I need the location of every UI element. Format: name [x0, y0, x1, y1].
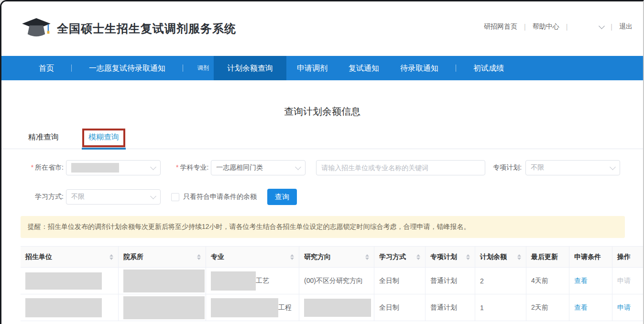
major-text: 工艺 — [256, 277, 269, 285]
required-mark: * — [31, 163, 33, 171]
apply-link[interactable]: 申请 — [617, 303, 631, 312]
sort-icon[interactable] — [109, 254, 113, 260]
page-title: 全国硕士生招生复试调剂服务系统 — [57, 21, 236, 36]
col-header-condition: 申请条件 — [569, 247, 612, 268]
user-menu[interactable] — [572, 26, 606, 28]
province-label: 所在省市: — [35, 163, 64, 171]
redacted-text — [71, 163, 119, 173]
link-help-center[interactable]: 帮助中心 — [531, 22, 561, 31]
nav-item-first-choice-notice[interactable]: 一志愿复试待录取通知 — [78, 56, 176, 80]
study-mode-select[interactable]: 不限 — [66, 189, 161, 205]
special-plan-text: 普通计划 — [430, 303, 457, 312]
nav-item-home[interactable]: 首页 — [28, 56, 65, 80]
sort-icon[interactable] — [365, 254, 369, 260]
reminder-banner: 提醒：招生单位发布的调剂计划余额每次更新后将至少持续12小时，请各位考生结合各招… — [21, 216, 625, 238]
updated-text: 2天前 — [531, 303, 548, 312]
link-yanzhao-home[interactable]: 研招网首页 — [482, 22, 519, 31]
main-nav: 首页 一志愿复试待录取通知 调剂 计划余额查询 申请调剂 复试通知 待录取通知 … — [1, 56, 643, 80]
subject-select[interactable]: 一志愿相同门类 — [211, 160, 306, 175]
browser-page: 全国硕士生招生复试调剂服务系统 研招网首页 | 帮助中心 | | 退出 首页 一… — [0, 0, 644, 324]
sort-icon[interactable] — [517, 254, 521, 260]
special-plan-text: 普通计划 — [430, 277, 457, 285]
major-text: 工程 — [278, 303, 292, 312]
required-mark: * — [176, 163, 178, 171]
redacted-text — [211, 271, 256, 291]
chevron-down-icon — [295, 164, 301, 170]
redacted-text — [123, 270, 205, 292]
study-mode-text: 全日制 — [379, 277, 399, 285]
special-plan-value: 不限 — [531, 163, 544, 172]
col-header-action: 操作 — [612, 247, 643, 268]
redacted-text — [211, 298, 278, 317]
table-row: 工程 全日制 普通计划 1 2天前 查看 申请 — [21, 294, 643, 321]
plan-balance-table: 招生单位 院系所 专业 研究方向 学习方式 专项计划 计划余额 最后更新 申请条… — [21, 246, 643, 321]
redacted-text — [25, 272, 102, 290]
special-plan-label: 专项计划: — [493, 163, 522, 172]
col-header-updated: 最后更新 — [526, 247, 569, 268]
search-button[interactable]: 查询 — [267, 189, 297, 205]
keyword-input[interactable] — [316, 160, 485, 175]
chevron-down-icon — [150, 193, 156, 199]
section-title: 查询计划余额信息 — [1, 105, 643, 118]
redacted-text — [25, 298, 102, 317]
nav-item-initial-score[interactable]: 初试成绩 — [463, 56, 514, 80]
header: 全国硕士生招生复试调剂服务系统 研招网首页 | 帮助中心 | | 退出 — [1, 1, 643, 56]
filter-checkbox-label: 只看符合申请条件的余额 — [183, 193, 257, 201]
nav-item-plan-balance-query[interactable]: 计划余额查询 — [214, 56, 286, 80]
chevron-down-icon — [150, 164, 156, 170]
sort-icon[interactable] — [197, 254, 201, 260]
view-condition-link[interactable]: 查看 — [574, 303, 588, 312]
nav-item-apply-adjust[interactable]: 申请调剂 — [286, 56, 338, 80]
view-condition-link[interactable]: 查看 — [574, 277, 588, 285]
active-tab-underline — [82, 148, 126, 150]
col-header-special-plan[interactable]: 专项计划 — [426, 247, 475, 268]
col-header-dept[interactable]: 院系所 — [119, 247, 206, 268]
sort-icon[interactable] — [416, 254, 420, 260]
redacted-text — [123, 296, 205, 319]
col-header-direction[interactable]: 研究方向 — [299, 247, 374, 268]
col-header-major[interactable]: 专业 — [206, 247, 299, 268]
nav-item-retest-notice[interactable]: 复试通知 — [338, 56, 390, 80]
subject-label: 学科专业: — [180, 163, 208, 171]
study-mode-label: 学习方式: — [21, 193, 64, 201]
filter-checkbox[interactable] — [171, 193, 179, 201]
header-links: 研招网首页 | 帮助中心 | | 退出 — [482, 22, 634, 31]
subject-select-value: 一志愿相同门类 — [216, 163, 263, 172]
sort-icon[interactable] — [466, 254, 470, 260]
updated-text: 4天前 — [531, 277, 548, 285]
sort-icon[interactable] — [290, 254, 294, 260]
nav-item-admission-notice[interactable]: 待录取通知 — [390, 56, 449, 80]
nav-group-label-tiaoji: 调剂 — [197, 64, 209, 72]
table-row: 工艺 (00)不区分研究方向 全日制 普通计划 2 4天前 查看 申请 — [21, 268, 643, 294]
nav-separator — [456, 65, 456, 72]
study-mode-text: 全日制 — [379, 303, 399, 312]
col-header-study-mode[interactable]: 学习方式 — [374, 247, 426, 268]
apply-link-disabled: 申请 — [617, 277, 631, 285]
special-plan-select[interactable]: 不限 — [525, 160, 620, 175]
col-header-quota[interactable]: 计划余额 — [475, 247, 526, 268]
tab-fuzzy-label: 模糊查询 — [88, 133, 119, 141]
direction-text: (00)不区分研究方向 — [304, 277, 363, 285]
graduation-cap-icon — [22, 18, 51, 40]
tab-precise-query[interactable]: 精准查询 — [28, 132, 59, 149]
province-select[interactable] — [66, 160, 161, 175]
study-mode-value: 不限 — [71, 193, 85, 201]
search-form-row-2: 学习方式: 不限 只看符合申请条件的余额 查询 — [21, 189, 643, 205]
col-header-unit[interactable]: 招生单位 — [21, 247, 119, 268]
table-header-row: 招生单位 院系所 专业 研究方向 学习方式 专项计划 计划余额 最后更新 申请条… — [21, 247, 643, 268]
query-tabs: 精准查询 模糊查询 — [1, 132, 643, 149]
nav-separator — [183, 65, 183, 72]
quota-value: 1 — [480, 304, 484, 312]
tab-fuzzy-query[interactable]: 模糊查询 — [88, 132, 119, 149]
redacted-text — [304, 299, 371, 317]
quota-value: 2 — [480, 277, 484, 285]
chevron-down-icon — [610, 164, 616, 170]
nav-separator — [71, 65, 72, 72]
search-form-row-1: *所在省市: *学科专业: 一志愿相同门类 专项计划: 不限 — [21, 160, 643, 175]
chevron-down-icon — [599, 23, 605, 29]
logout-button[interactable]: 退出 — [617, 22, 634, 31]
